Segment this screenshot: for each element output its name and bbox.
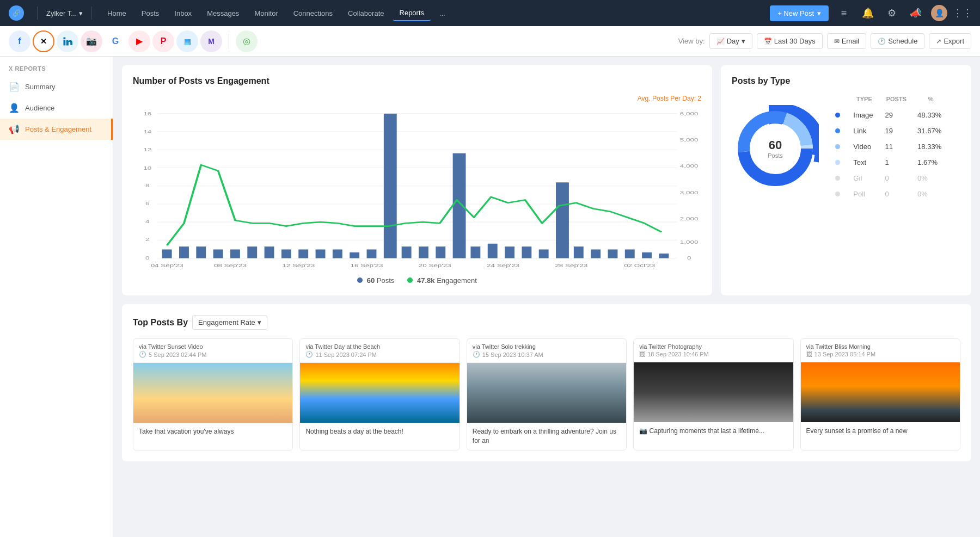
svg-rect-42 <box>419 246 428 258</box>
svg-text:3,000: 3,000 <box>680 189 699 195</box>
top-posts-card: Top Posts By Engagement Rate ▾ via Twitt… <box>122 304 971 461</box>
post-text: Nothing beats a day at the beach! <box>300 423 459 441</box>
svg-rect-40 <box>384 114 397 258</box>
nav-divider-1 <box>37 7 38 20</box>
post-text: Every sunset is a promise of a new <box>801 422 960 440</box>
posts-label: Posts <box>377 276 395 285</box>
nav-home[interactable]: Home <box>101 6 133 21</box>
google-icon: G <box>112 36 119 46</box>
type-dot-cell <box>831 187 848 201</box>
sort-by-button[interactable]: Engagement Rate ▾ <box>192 315 267 330</box>
top-nav: 🔗 Zylker T... ▾ Home Posts Inbox Message… <box>0 0 980 26</box>
user-avatar[interactable]: 👤 <box>931 5 947 21</box>
nav-messages[interactable]: Messages <box>200 6 246 21</box>
social-tab-instagram[interactable]: 📷 <box>81 30 102 52</box>
social-tab-buffer[interactable]: ▦ <box>176 30 198 52</box>
svg-rect-47 <box>505 246 514 258</box>
post-image <box>300 363 459 423</box>
post-date-icon: 🖼 <box>639 351 645 357</box>
type-posts-count: 19 <box>881 124 912 138</box>
post-card[interactable]: via Twitter Photography 🖼 18 Sep 2023 10… <box>633 338 793 450</box>
facebook-icon: f <box>18 36 21 46</box>
social-tab-youtube[interactable]: ▶ <box>128 30 150 52</box>
nav-monitor[interactable]: Monitor <box>248 6 284 21</box>
sidebar-item-posts-engagement[interactable]: 📢 Posts & Engagement <box>0 119 113 140</box>
app-logo: 🔗 <box>9 5 24 21</box>
email-label: Email <box>842 37 860 45</box>
svg-text:8: 8 <box>145 182 149 188</box>
svg-text:28 Sep'23: 28 Sep'23 <box>555 262 587 268</box>
email-button[interactable]: ✉ Email <box>827 33 867 49</box>
settings-icon[interactable]: ⚙ <box>883 4 901 22</box>
nav-connections[interactable]: Connections <box>287 6 339 21</box>
svg-rect-44 <box>453 153 466 258</box>
combo-chart-svg: 16 14 12 10 8 6 4 2 0 <box>133 107 701 270</box>
col-posts-header: POSTS <box>881 96 912 107</box>
menu-icon[interactable]: ≡ <box>835 4 853 22</box>
avg-posts-label: Avg. Posts Per Day: 2 <box>133 95 701 102</box>
type-percent: 0% <box>913 171 948 186</box>
svg-rect-30 <box>213 250 223 258</box>
view-by-chevron-icon: ▾ <box>742 37 745 45</box>
svg-text:20 Sep'23: 20 Sep'23 <box>419 262 451 268</box>
linkedin-icon <box>63 36 72 46</box>
sidebar-item-summary[interactable]: 📄 Summary <box>0 76 113 97</box>
svg-rect-48 <box>522 246 531 258</box>
new-post-button[interactable]: + New Post ▾ <box>770 5 829 21</box>
apps-icon[interactable]: ⋮⋮ <box>954 4 971 22</box>
post-card[interactable]: via Twitter Solo trekking 🕐 15 Sep 2023 … <box>467 338 627 450</box>
post-date-icon: 🕐 <box>139 351 146 358</box>
sidebar-item-audience[interactable]: 👤 Audience <box>0 97 113 119</box>
svg-text:4,000: 4,000 <box>680 163 699 169</box>
social-tab-extra[interactable]: ◎ <box>236 30 258 52</box>
social-tab-linkedin[interactable] <box>57 30 78 52</box>
brand-selector[interactable]: Zylker T... ▾ <box>46 9 83 17</box>
social-tab-mastodon[interactable]: M <box>200 30 222 52</box>
view-by-day-label: Day <box>727 37 739 45</box>
view-by-day-button[interactable]: 📈 Day ▾ <box>709 33 752 49</box>
svg-rect-41 <box>402 246 412 258</box>
type-name: Gif <box>849 171 879 186</box>
type-posts-count: 1 <box>881 155 912 170</box>
social-tab-google[interactable]: G <box>105 30 126 52</box>
donut-center-text: 60 Posts <box>768 138 783 159</box>
sidebar-item-posts-label: Posts & Engagement <box>25 125 91 133</box>
type-color-dot <box>835 160 840 165</box>
date-range-button[interactable]: 📅 Last 30 Days <box>757 33 823 49</box>
nav-posts[interactable]: Posts <box>135 6 166 21</box>
post-date: 11 Sep 2023 07:24 PM <box>315 351 377 358</box>
social-tab-facebook[interactable]: f <box>9 30 30 52</box>
post-card[interactable]: via Twitter Sunset Video 🕐 5 Sep 2023 02… <box>133 338 293 450</box>
nav-inbox[interactable]: Inbox <box>168 6 198 21</box>
export-button[interactable]: ↗ Export <box>929 33 971 49</box>
view-controls: View by: 📈 Day ▾ 📅 Last 30 Days ✉ Email … <box>678 33 971 49</box>
svg-text:12 Sep'23: 12 Sep'23 <box>282 262 315 268</box>
combo-chart: 16 14 12 10 8 6 4 2 0 <box>133 107 701 270</box>
top-posts-title: Top Posts By <box>133 318 188 328</box>
social-tab-twitter[interactable]: ✕ <box>33 30 54 52</box>
svg-rect-39 <box>367 250 377 258</box>
svg-rect-1 <box>64 40 66 45</box>
svg-rect-29 <box>196 246 206 258</box>
main-layout: X REPORTS 📄 Summary 👤 Audience 📢 Posts &… <box>0 57 980 537</box>
svg-rect-28 <box>179 246 189 258</box>
announcements-icon[interactable]: 📣 <box>907 4 924 22</box>
post-card-header: via Twitter Day at the Beach 🕐 11 Sep 20… <box>300 339 459 363</box>
post-image <box>467 363 626 423</box>
nav-reports[interactable]: Reports <box>393 5 431 21</box>
nav-more[interactable]: ... <box>433 6 452 21</box>
post-card[interactable]: via Twitter Day at the Beach 🕐 11 Sep 20… <box>299 338 460 450</box>
posts-grid: via Twitter Sunset Video 🕐 5 Sep 2023 02… <box>133 338 960 450</box>
svg-rect-54 <box>625 250 635 258</box>
svg-rect-34 <box>281 250 291 258</box>
schedule-button[interactable]: 🕐 Schedule <box>871 33 924 49</box>
svg-rect-38 <box>350 252 359 258</box>
nav-collaborate[interactable]: Collaborate <box>341 6 391 21</box>
type-name: Image <box>849 108 879 122</box>
post-card[interactable]: via Twitter Bliss Morning 🖼 13 Sep 2023 … <box>800 338 960 450</box>
instagram-icon: 📷 <box>86 36 97 46</box>
notifications-icon[interactable]: 🔔 <box>859 4 877 22</box>
social-tab-pinterest[interactable]: P <box>152 30 174 52</box>
post-date: 5 Sep 2023 02:44 PM <box>149 351 206 358</box>
type-percent: 48.33% <box>913 108 948 122</box>
